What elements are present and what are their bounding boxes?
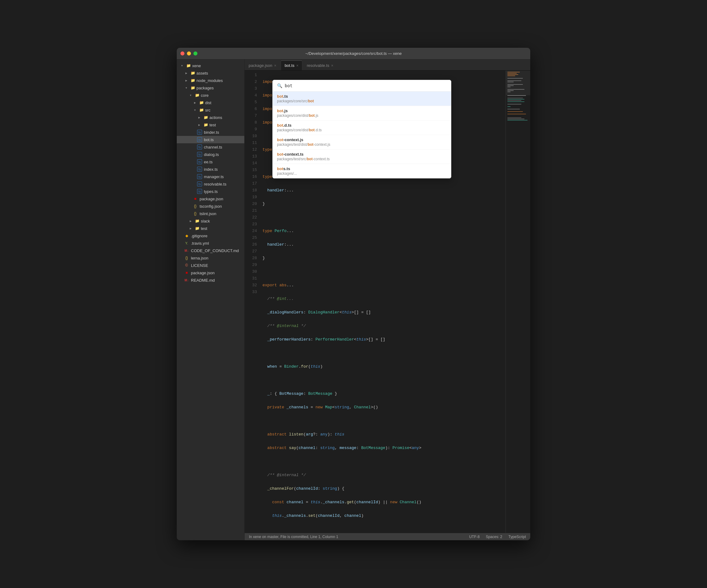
tab-label: package.json — [248, 63, 272, 68]
tab-close-button[interactable]: × — [296, 64, 298, 68]
sidebar-item-tslint-json[interactable]: {} tslint.json — [177, 210, 244, 217]
yml-icon: Y. — [184, 241, 189, 246]
sidebar-item-channel-ts[interactable]: ts channel.ts — [177, 143, 244, 151]
sidebar-item-packages[interactable]: 📁 packages — [177, 84, 244, 91]
json-curly-icon: {} — [193, 211, 198, 216]
ts-file-icon: ts — [197, 174, 202, 179]
sidebar-item-index-ts[interactable]: ts index.ts — [177, 166, 244, 173]
sidebar-item-travis-yml[interactable]: Y. .travis.yml — [177, 240, 244, 247]
svg-rect-17 — [507, 101, 525, 102]
sidebar-item-package-json-core[interactable]: ■ package.json — [177, 195, 244, 203]
sidebar-item-binder-ts[interactable]: ts binder.ts — [177, 128, 244, 136]
ts-file-icon: ts — [197, 189, 202, 194]
md-icon: M↓ — [184, 248, 189, 253]
sidebar-item-label: lerna.json — [191, 256, 208, 260]
statusbar-right: UTF-8 Spaces: 2 TypeScript — [469, 535, 526, 539]
tab-bot-ts[interactable]: bot.ts × — [281, 61, 303, 70]
sidebar-item-label: .gitignore — [191, 233, 207, 238]
autocomplete-item-bots-ts[interactable]: bots.ts packages/... — [273, 164, 451, 178]
autocomplete-filename: bot.js — [277, 108, 447, 113]
minimize-button[interactable] — [187, 51, 191, 56]
sidebar-item-node-modules[interactable]: 📁 node_modules — [177, 77, 244, 84]
folder-closed-icon — [189, 219, 193, 223]
sidebar-item-label: test — [209, 123, 216, 127]
sidebar-item-dist[interactable]: 📁 dist — [177, 99, 244, 106]
sidebar-item-bot-ts[interactable]: ts bot.ts — [177, 136, 244, 143]
folder-slack-icon: 📁 — [195, 219, 200, 223]
ts-file-icon: ts — [197, 182, 202, 186]
tab-close-button[interactable]: × — [274, 64, 276, 68]
code-line-10: } — [261, 200, 506, 208]
tab-label: resolvable.ts — [307, 63, 329, 68]
autocomplete-item-bot-js[interactable]: bot.js packages/core/dist/bot.js — [273, 106, 451, 120]
autocomplete-item-bot-d-ts[interactable]: bot.d.ts packages/core/dist/bot.d.ts — [273, 120, 451, 135]
sidebar-item-lerna-json[interactable]: {} lerna.json — [177, 254, 244, 262]
sidebar-item-resolvable-ts[interactable]: ts resolvable.ts — [177, 180, 244, 188]
code-line-20: _performerHandlers: PerformerHandler<thi… — [261, 336, 506, 343]
statusbar-left: In xene on master, File is committed, Li… — [249, 535, 338, 539]
svg-rect-14 — [507, 98, 523, 98]
code-line-30: /** @internal */ — [261, 472, 506, 479]
minimap-svg — [506, 71, 530, 194]
sidebar-item-label: resolvable.ts — [204, 182, 227, 186]
autocomplete-filename: bot.ts — [277, 94, 447, 99]
code-line-33: this._channels.set(channelId, channel) — [261, 513, 506, 519]
code-line-12: type Perfo... — [261, 228, 506, 234]
tab-resolvable-ts[interactable]: resolvable.ts × — [303, 61, 337, 70]
svg-rect-25 — [507, 120, 528, 120]
sidebar-item-code-of-conduct[interactable]: M↓ CODE_OF_CONDUCT.md — [177, 247, 244, 254]
sidebar-item-label: index.ts — [204, 167, 218, 172]
autocomplete-item-bot-ts[interactable]: bot.ts packages/core/src/bot — [273, 91, 451, 106]
sidebar-item-xene[interactable]: 📁 xene — [177, 62, 244, 69]
code-line-14: } — [261, 255, 506, 262]
code-line-18: _dialogHandlers: DialogHandler<this>[] =… — [261, 309, 506, 316]
autocomplete-search-input[interactable]: bot — [285, 83, 293, 88]
sidebar-item-label: manager.ts — [204, 175, 224, 179]
close-button[interactable] — [180, 51, 184, 56]
sidebar-item-tsconfig-json[interactable]: {} tsconfig.json — [177, 203, 244, 210]
folder-open-icon — [189, 93, 193, 98]
sidebar-item-gitignore[interactable]: ◆ .gitignore — [177, 232, 244, 240]
statusbar: In xene on master, File is committed, Li… — [245, 533, 530, 540]
code-line-24: _: { BotMessage: BotMessage } — [261, 391, 506, 397]
sidebar-item-types-ts[interactable]: ts types.ts — [177, 188, 244, 195]
maximize-button[interactable] — [193, 51, 197, 56]
svg-rect-13 — [507, 95, 526, 96]
sidebar-item-test2[interactable]: 📁 test — [177, 225, 244, 232]
sidebar-item-readme-md[interactable]: M↓ README.md — [177, 277, 244, 284]
sidebar-item-label: package.json — [200, 196, 223, 201]
sidebar: 📁 xene 📁 assets 📁 node_modules 📁 package… — [177, 60, 245, 540]
sidebar-item-label: LICENSE — [191, 263, 208, 268]
sidebar-item-package-json-root[interactable]: ■ package.json — [177, 269, 244, 277]
window-title: ~/Development/xene/packages/core/src/bot… — [305, 51, 402, 56]
autocomplete-path: packages/core/dist/bot.js — [277, 113, 447, 118]
sidebar-item-test[interactable]: 📁 test — [177, 121, 244, 128]
sidebar-item-src[interactable]: 📁 src — [177, 106, 244, 114]
ts-file-icon: ts — [197, 167, 202, 172]
folder-closed-icon — [184, 71, 189, 75]
sidebar-item-label: package.json — [191, 270, 215, 275]
sidebar-item-label: src — [205, 108, 210, 112]
autocomplete-filename: bot-context.ts — [277, 152, 447, 156]
sidebar-item-ee-ts[interactable]: ts ee.ts — [177, 158, 244, 166]
tab-package-json[interactable]: package.json × — [245, 61, 280, 70]
json-curly-icon: {} — [184, 255, 189, 260]
autocomplete-search-bar: 🔍 bot — [273, 80, 451, 91]
sidebar-item-license[interactable]: © LICENSE — [177, 262, 244, 269]
sidebar-item-dialog-ts[interactable]: ts dialog.ts — [177, 151, 244, 158]
autocomplete-path: packages/test/src/bot-context.ts — [277, 157, 447, 161]
sidebar-item-slack[interactable]: 📁 slack — [177, 217, 244, 225]
sidebar-item-actions[interactable]: 📁 actions — [177, 114, 244, 121]
autocomplete-path: packages/core/src/bot — [277, 99, 447, 103]
folder-test2-icon: 📁 — [195, 226, 200, 231]
sidebar-item-core[interactable]: 📁 core — [177, 91, 244, 99]
sidebar-item-assets[interactable]: 📁 assets — [177, 69, 244, 77]
json-curly-icon: {} — [193, 204, 198, 209]
sidebar-item-label: dialog.ts — [204, 152, 219, 157]
license-icon: © — [184, 263, 189, 268]
sidebar-item-label: slack — [201, 219, 210, 223]
autocomplete-item-bot-context-js[interactable]: bot-context.js packages/test/dist/bot-co… — [273, 135, 451, 149]
sidebar-item-manager-ts[interactable]: ts manager.ts — [177, 173, 244, 180]
autocomplete-item-bot-context-ts[interactable]: bot-context.ts packages/test/src/bot-con… — [273, 149, 451, 164]
tab-close-button[interactable]: × — [331, 64, 333, 68]
